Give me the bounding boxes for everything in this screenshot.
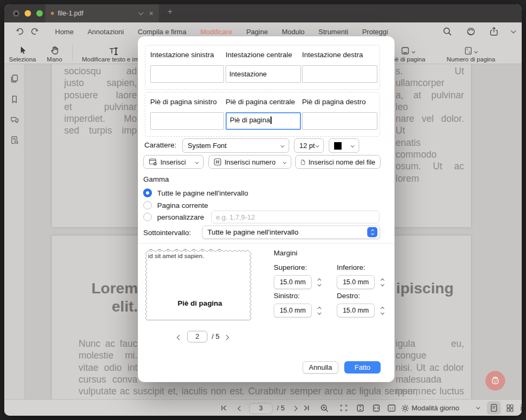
header-left-input[interactable] (150, 65, 224, 83)
edit-text-tool[interactable]: T Modificare testo e imm (78, 44, 148, 63)
preview-next-page-icon[interactable] (224, 335, 229, 340)
page-thumbnails-icon[interactable] (10, 74, 19, 83)
header-left-label: Intestazione sinistra (150, 51, 214, 59)
range-current-radio[interactable] (143, 201, 152, 209)
done-button[interactable]: Fatto (344, 361, 381, 374)
ai-assistant-button[interactable] (485, 371, 505, 391)
chevron-down-icon (412, 50, 415, 53)
svg-text:1:1: 1:1 (389, 407, 393, 410)
page-preview: id sit amet id sapien. Piè di pagina (143, 245, 257, 323)
insert-number-button[interactable]: Inserisci numero (208, 155, 291, 169)
margin-left-stepper[interactable] (315, 304, 323, 317)
next-page-icon[interactable] (292, 406, 298, 411)
margin-right-stepper[interactable] (378, 304, 386, 317)
redo-icon[interactable] (30, 27, 40, 36)
menu-tab-home[interactable]: Home (55, 28, 74, 36)
menu-tab-modificare[interactable]: Modificare (200, 28, 233, 36)
header-footer-icon (401, 46, 409, 55)
single-page-view-selected[interactable] (487, 401, 501, 415)
screen: file-1.pdf × + Home Annotazioni Compila … (0, 0, 526, 420)
chevron-down-icon (474, 50, 478, 53)
range-all-radio[interactable] (143, 189, 152, 197)
robot-icon (489, 375, 501, 387)
bookmark-icon[interactable] (10, 95, 19, 104)
page2-text-right: s. Ut ullamcorper a, at pulvinar leo nar… (396, 65, 464, 184)
font-family-select[interactable]: System Font (182, 138, 289, 153)
document-text-line: posuere laore (64, 89, 137, 101)
footer-left-input[interactable] (150, 112, 224, 130)
page3-text-left: Nunc ac fauc molestie mi. vitae odio int… (79, 338, 137, 385)
font-size-select[interactable]: 12 pt (294, 138, 324, 153)
preview-prev-page-icon[interactable] (177, 335, 182, 340)
tab-close-icon[interactable]: × (149, 9, 153, 18)
first-page-icon[interactable] (220, 405, 228, 411)
cancel-button[interactable]: Annulla (303, 361, 338, 374)
undo-icon[interactable] (15, 27, 25, 36)
view-mode-label[interactable]: Modalità giorno (412, 404, 459, 412)
menu-tab-strumenti[interactable]: Strumenti (319, 28, 349, 36)
header-right-input[interactable] (302, 65, 377, 83)
header-center-input[interactable] (226, 65, 301, 83)
menu-tab-pagine[interactable]: Pagine (246, 28, 268, 36)
header-fields-group: Intestazione sinistra Intestazione centr… (145, 45, 380, 90)
window-zoom-button[interactable] (36, 10, 43, 17)
document-search-icon[interactable] (10, 135, 19, 145)
footer-fields-group: Piè di pagina sinistro Piè di pagina cen… (145, 92, 380, 137)
actual-size-icon[interactable]: 1:1 (387, 404, 396, 412)
margin-top-stepper[interactable] (315, 275, 323, 289)
zoom-icon[interactable] (320, 403, 329, 413)
prev-page-icon[interactable] (238, 406, 243, 411)
range-custom-radio[interactable] (143, 213, 152, 221)
preview-snippet: id sit amet id sapien. (148, 253, 204, 259)
margin-right-value[interactable]: 15.0 mm (337, 304, 375, 317)
new-tab-button[interactable]: + (164, 6, 176, 17)
footer-right-input[interactable] (302, 112, 377, 130)
grid-view-icon[interactable] (506, 403, 514, 412)
custom-range-input[interactable] (211, 211, 380, 223)
document-text-line: osum. Ut ac lorem (396, 160, 464, 184)
header-right-label: Intestazione destra (302, 51, 363, 59)
hand-tool[interactable]: Mano (41, 44, 68, 63)
preview-page-input[interactable]: 2 (187, 331, 207, 343)
document-tab[interactable]: file-1.pdf × (45, 4, 159, 22)
window-minimize-button[interactable] (25, 10, 31, 17)
continuous-view-icon[interactable] (520, 403, 522, 412)
fit-height-icon[interactable] (356, 404, 365, 412)
support-icon[interactable] (466, 26, 476, 37)
fit-width-icon[interactable] (372, 404, 381, 412)
menu-tab-proteggi[interactable]: Proteggi (362, 28, 388, 36)
share-icon[interactable] (489, 26, 499, 37)
range-custom-label[interactable]: personalizzare (157, 213, 204, 221)
window-close-button[interactable] (13, 10, 19, 17)
font-color-select[interactable] (329, 138, 359, 153)
margin-left-value[interactable]: 15.0 mm (274, 304, 312, 317)
range-all-label[interactable]: Tutte le pagine nell'intervallo (157, 189, 248, 197)
document-text-line: cursus conva (79, 374, 137, 385)
footer-center-input[interactable]: Piè di pagina (226, 112, 301, 130)
chevron-down-icon (283, 160, 287, 164)
insert-button[interactable]: Inserisci (143, 155, 204, 169)
range-current-label[interactable]: Pagina corrente (157, 201, 208, 209)
menu-tab-modulo[interactable]: Modulo (282, 28, 305, 36)
menu-tab-annotazioni[interactable]: Annotazioni (88, 28, 124, 36)
collapse-toolbar-chevron-icon[interactable] (511, 28, 516, 34)
page3-heading-left: Lorem elit. (64, 279, 138, 315)
tab-chevron-down-icon[interactable] (138, 10, 143, 15)
margin-bottom-stepper[interactable] (378, 275, 386, 289)
page-number-tool[interactable]: 12 Numero di pagina (444, 44, 498, 63)
header-center-label: Intestazione centrale (226, 51, 292, 59)
page-number-input[interactable]: 3 (249, 403, 273, 414)
toolbar-divider (72, 44, 73, 61)
subrange-popup[interactable]: Tutte le pagine nell'intervallo (202, 225, 380, 239)
view-mode-chevron-icon[interactable] (476, 406, 480, 409)
tab-title: file-1.pdf (58, 10, 139, 17)
comments-icon[interactable] (10, 115, 20, 125)
menu-tab-compila-e-firma[interactable]: Compila e firma (138, 28, 187, 36)
margin-top-value[interactable]: 15.0 mm (274, 275, 312, 289)
search-icon[interactable] (442, 26, 453, 37)
select-tool[interactable]: Seleziona (9, 44, 36, 63)
margin-bottom-value[interactable]: 15.0 mm (337, 275, 375, 289)
insert-filename-button[interactable]: Inserisci nome del file (295, 155, 381, 169)
last-page-icon[interactable] (303, 405, 310, 411)
fit-screen-icon[interactable] (339, 404, 348, 412)
